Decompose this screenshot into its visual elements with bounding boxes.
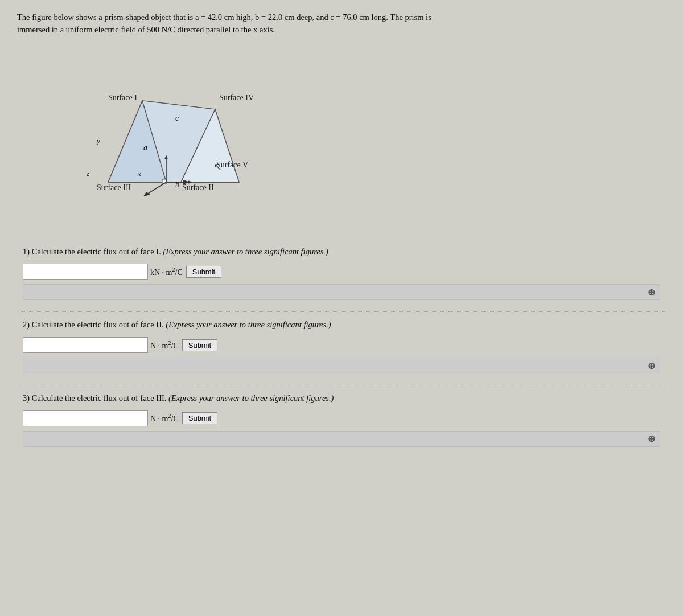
q1-unit: kN · m2/C	[150, 266, 183, 277]
q1-main-text: Calculate the electric flux out of face …	[32, 247, 161, 256]
q1-number: 1	[23, 247, 27, 256]
label-z: z	[87, 169, 89, 178]
cursor-arrow: ↖	[213, 161, 222, 173]
q1-italic: (Express your answer to three significan…	[163, 247, 328, 256]
q3-number: 3	[23, 393, 27, 403]
q1-feedback-row: ⊕	[23, 284, 660, 300]
question-1-section: 1) Calculate the electric flux out of fa…	[17, 246, 666, 301]
question-3-section: 3) Calculate the electric flux out of fa…	[17, 392, 666, 447]
q2-plus-icon[interactable]: ⊕	[648, 360, 655, 371]
label-c: c	[175, 114, 179, 123]
divider-1	[17, 311, 666, 312]
figure-area: Surface I Surface IV Surface III Surface…	[17, 47, 666, 229]
question-2-section: 2) Calculate the electric flux out of fa…	[17, 319, 666, 373]
q1-plus-icon[interactable]: ⊕	[648, 287, 655, 298]
q1-submit-button[interactable]: Submit	[186, 266, 221, 278]
label-surface-III: Surface III	[97, 183, 131, 192]
q3-submit-button[interactable]: Submit	[182, 412, 217, 424]
q3-input[interactable]	[23, 410, 148, 426]
q3-plus-icon[interactable]: ⊕	[648, 433, 655, 444]
q1-input[interactable]	[23, 264, 148, 280]
q3-answer-row: N · m2/C Submit	[23, 410, 660, 426]
q2-input[interactable]	[23, 337, 148, 353]
q2-unit: N · m2/C	[150, 340, 179, 351]
q3-unit: N · m2/C	[150, 413, 179, 424]
q1-answer-row: kN · m2/C Submit	[23, 264, 660, 280]
label-y: y	[97, 137, 100, 146]
q3-main-text: Calculate the electric flux out of face …	[32, 393, 167, 403]
question-3-text: 3) Calculate the electric flux out of fa…	[23, 392, 660, 405]
label-surface-IV: Surface IV	[219, 93, 254, 102]
q2-number: 2	[23, 320, 27, 329]
q3-italic: (Express your answer to three significan…	[168, 393, 334, 403]
q2-main-text: Calculate the electric flux out of face …	[32, 320, 164, 329]
question-1-text: 1) Calculate the electric flux out of fa…	[23, 246, 660, 258]
label-b: b	[175, 180, 179, 190]
label-x: x	[138, 169, 141, 178]
divider-2	[17, 385, 666, 385]
label-surface-II: Surface II	[182, 183, 214, 192]
q2-feedback-row: ⊕	[23, 358, 660, 373]
prism-diagram: Surface I Surface IV Surface III Surface…	[51, 47, 290, 229]
prism-svg	[102, 98, 256, 217]
question-2-text: 2) Calculate the electric flux out of fa…	[23, 319, 660, 331]
z-axis	[148, 182, 166, 194]
q2-italic: (Express your answer to three significan…	[166, 320, 331, 329]
problem-description: The figure below shows a prism-shaped ob…	[17, 11, 461, 36]
label-surface-I: Surface I	[108, 93, 137, 102]
q2-submit-button[interactable]: Submit	[182, 339, 217, 351]
q3-feedback-row: ⊕	[23, 431, 660, 447]
q2-answer-row: N · m2/C Submit	[23, 337, 660, 353]
label-a: a	[143, 143, 147, 153]
